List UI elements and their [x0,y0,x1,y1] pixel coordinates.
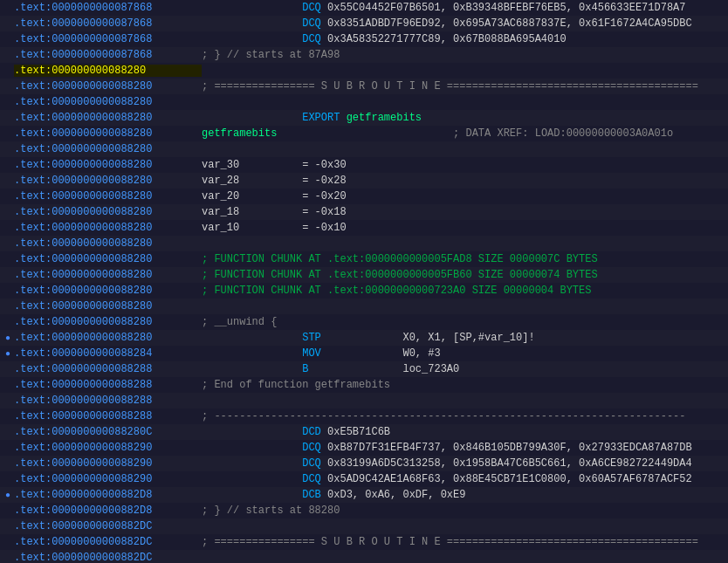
code-line: .text:0000000000088290 DCQ 0x83199A6D5C3… [0,456,728,471]
line-content: DCQ 0x5AD9C42AE1A68F63, 0x88E45CB71E1C08… [202,473,692,485]
line-content: ; ================ S U B R O U T I N E =… [202,80,698,93]
code-line: .text:0000000000088288; End of function … [0,377,728,393]
code-line: .text:00000000000882DC; ================… [0,534,728,550]
code-line: .text:0000000000088280 [0,299,728,314]
line-address: .text:0000000000088280 [14,206,202,218]
code-line: .text:0000000000088280 [0,94,728,110]
line-content: B loc_723A0 [202,363,459,375]
line-address: .text:0000000000088280 [14,112,202,124]
code-line: .text:0000000000088280 [0,236,728,251]
code-line: ●.text:00000000000882D8 DCB 0xD3, 0xA6, … [0,487,728,503]
line-content: var_18 = -0x18 [202,206,347,218]
code-line: .text:0000000000087868; } // starts at 8… [0,47,728,63]
line-content: ; ================ S U B R O U T I N E =… [202,536,698,548]
line-address: .text:0000000000088288 [14,363,202,375]
code-line: ●.text:0000000000088284 MOV W0, #3 [0,346,728,361]
line-address: .text:0000000000088284 [14,347,202,360]
line-content: ; FUNCTION CHUNK AT .text:0000000000005F… [202,253,598,265]
line-address: .text:0000000000087868 [14,17,202,30]
line-address: .text:00000000000882DC [14,552,202,563]
code-line: .text:0000000000088280; FUNCTION CHUNK A… [0,267,728,283]
line-address: .text:000000000088280C [14,426,202,438]
line-content: var_20 = -0x20 [202,190,347,203]
line-address: .text:0000000000088280 [14,332,202,344]
line-content: MOV W0, #3 [202,347,441,360]
code-line: .text:00000000000882DC [0,550,728,563]
line-address: .text:0000000000088280 [14,143,202,155]
code-line: .text:0000000000088288 [0,393,728,409]
line-content: ; } // starts at 88280 [202,505,340,517]
line-content: ; End of function getframebits [202,379,390,391]
code-line: .text:0000000000087868 DCQ 0x8351ADBD7F9… [0,16,728,31]
code-line: .text:000000000088280 [0,63,728,79]
line-address: .text:000000000088280 [14,65,202,77]
line-content: ; --------------------------------------… [202,410,686,422]
line-address: .text:0000000000088280 [14,190,202,203]
line-address: .text:0000000000088280 [14,159,202,171]
line-content: var_10 = -0x10 [202,222,347,234]
code-line: .text:0000000000088288; ----------------… [0,409,728,424]
line-address: .text:0000000000088280 [14,222,202,234]
line-address: .text:0000000000087868 [14,2,202,14]
dot-marker: ● [2,349,14,359]
code-line: .text:0000000000088280var_18 = -0x18 [0,204,728,220]
code-line: .text:0000000000088280 EXPORT getframebi… [0,110,728,126]
line-content: EXPORT getframebits [202,112,422,124]
line-content: getframebits ; DATA XREF: LOAD:000000000… [202,127,673,140]
line-content: ; __unwind { [202,316,277,328]
code-line: .text:0000000000088280var_28 = -0x28 [0,173,728,189]
line-address: .text:0000000000088280 [14,96,202,108]
line-address: .text:0000000000088280 [14,316,202,328]
code-line: .text:00000000000882DC [0,518,728,534]
line-content: DCQ 0x55C04452F07B6501, 0xB39348BFEBF76E… [202,2,686,14]
code-line: .text:0000000000088288 B loc_723A0 [0,361,728,377]
code-line: .text:0000000000088280; FUNCTION CHUNK A… [0,283,728,299]
code-line: .text:0000000000088280; __unwind { [0,314,728,330]
line-address: .text:00000000000882DC [14,520,202,532]
line-content: DCQ 0x8351ADBD7F96ED92, 0x695A73AC688783… [202,17,692,30]
code-line: .text:00000000000882D8; } // starts at 8… [0,503,728,518]
line-address: .text:0000000000088280 [14,300,202,312]
line-address: .text:0000000000088290 [14,457,202,470]
code-line: .text:0000000000088280var_30 = -0x30 [0,157,728,173]
code-line: .text:0000000000087868 DCQ 0x3A583522717… [0,31,728,47]
line-address: .text:0000000000088288 [14,410,202,422]
code-line: .text:0000000000088290 DCQ 0x5AD9C42AE1A… [0,471,728,487]
code-container: .text:0000000000087868 DCQ 0x55C04452F07… [0,0,728,563]
line-address: .text:0000000000088280 [14,285,202,297]
line-address: .text:0000000000088280 [14,253,202,265]
line-content: ; FUNCTION CHUNK AT .text:0000000000005F… [202,269,598,281]
line-content: DCQ 0x3A58352271777C89, 0x67B088BA695A40… [202,33,567,45]
line-address: .text:0000000000088290 [14,442,202,454]
line-content: var_28 = -0x28 [202,175,347,187]
code-line: .text:0000000000088280 [0,141,728,157]
dot-marker: ● [2,333,14,343]
dot-marker: ● [2,491,14,500]
line-content: DCQ 0x83199A6D5C313258, 0x1958BA47C6B5C6… [202,457,692,470]
line-address: .text:0000000000088280 [14,269,202,281]
line-address: .text:00000000000882D8 [14,505,202,517]
line-address: .text:0000000000088288 [14,395,202,407]
line-address: .text:00000000000882D8 [14,489,202,501]
line-address: .text:0000000000087868 [14,33,202,45]
code-line: ●.text:0000000000088280 STP X0, X1, [SP,… [0,330,728,346]
line-address: .text:0000000000087868 [14,49,202,61]
code-line: .text:0000000000087868 DCQ 0x55C04452F07… [0,0,728,16]
line-content: ; FUNCTION CHUNK AT .text:00000000000723… [202,285,591,297]
code-line: .text:000000000088280C DCD 0xE5B71C6B [0,424,728,440]
line-address: .text:0000000000088280 [14,127,202,140]
line-address: .text:0000000000088288 [14,379,202,391]
code-line: .text:0000000000088290 DCQ 0xB87D7F31EFB… [0,440,728,456]
code-line: .text:0000000000088280getframebits ; DAT… [0,126,728,141]
line-content: ; } // starts at 87A98 [202,49,340,61]
line-address: .text:00000000000882DC [14,536,202,548]
line-content: DCB 0xD3, 0xA6, 0xDF, 0xE9 [202,489,465,501]
line-address: .text:0000000000088290 [14,473,202,485]
line-content: DCD 0xE5B71C6B [202,426,390,438]
line-content: var_30 = -0x30 [202,159,347,171]
code-line: .text:0000000000088280; ================… [0,79,728,94]
line-address: .text:0000000000088280 [14,237,202,250]
code-line: .text:0000000000088280var_10 = -0x10 [0,220,728,236]
line-content: DCQ 0xB87D7F31EFB4F737, 0x846B105DB799A3… [202,442,692,454]
code-line: .text:0000000000088280var_20 = -0x20 [0,189,728,204]
